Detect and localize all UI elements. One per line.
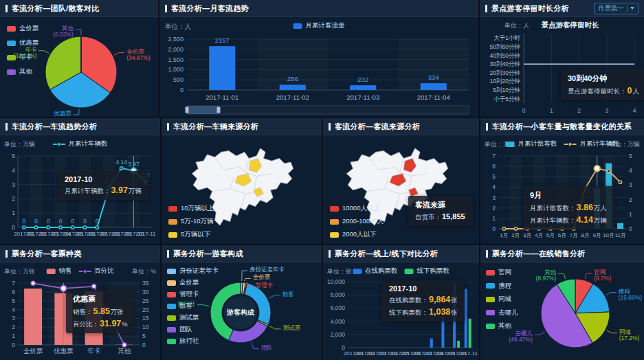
legend-item[interactable]: 身份证老年卡	[167, 267, 219, 275]
legend-item[interactable]: 年卡	[7, 53, 39, 62]
legend-item[interactable]: 5万-10万辆	[168, 217, 214, 226]
chart-text: 2017-11	[136, 231, 156, 237]
legend-item[interactable]: 旅行社	[167, 337, 219, 346]
legend-item[interactable]: 全价票	[167, 278, 219, 287]
bar[interactable]	[469, 319, 471, 348]
data-point[interactable]	[607, 170, 610, 172]
data-point[interactable]	[514, 227, 517, 230]
chart-text: 0	[522, 107, 526, 114]
data-point[interactable]	[71, 226, 74, 229]
legend-item[interactable]: 10万辆以上	[168, 204, 214, 213]
data-point[interactable]	[31, 281, 35, 285]
legend-item[interactable]: 优惠票	[7, 38, 39, 47]
panel-header: 车流分析—车辆来源分析	[162, 118, 322, 135]
chart-canvas: 单位：人景点游客停留时长01234大于1小时50到60分钟40到50分钟30到4…	[480, 17, 644, 117]
chart-text: 2	[577, 107, 581, 114]
panel-header: 车流分析—车流趋势分析	[0, 118, 160, 135]
bar[interactable]	[209, 46, 235, 90]
marker-point[interactable]	[595, 166, 600, 171]
datazoom-handle[interactable]	[217, 107, 221, 113]
chart-text: 2,500	[168, 36, 184, 43]
bar[interactable]	[421, 83, 447, 90]
chart-text: 游客构成	[226, 308, 254, 316]
legend-item[interactable]: 携程	[486, 282, 518, 291]
tooltip-title: 2017-10	[389, 284, 458, 293]
datazoom-window[interactable]	[187, 106, 219, 114]
legend-item[interactable]: 在线购票数	[353, 267, 398, 275]
chart-text: 35	[142, 280, 149, 286]
panel-stay-duration: 景点游客停留时长分析 丹景第一 单位：人景点游客停留时长01234大于1小时50…	[480, 0, 644, 117]
bar[interactable]	[465, 289, 467, 348]
legend-chip-icon	[486, 324, 495, 329]
online-offline-bar-chart: 单位：张02,0004,0006,0008,00010,0002017-0120…	[323, 262, 479, 360]
legend-item[interactable]: 月累计客流量	[293, 21, 345, 30]
chart-text: 1	[629, 211, 632, 218]
legend-item[interactable]: 销售	[46, 267, 71, 275]
data-point[interactable]	[23, 226, 25, 229]
panel-online-sales: 票务分析——在线销售分析 官网(8.7%)携程(15.66%)同城(17.2%)…	[480, 245, 644, 360]
bar[interactable]	[430, 339, 433, 348]
datazoom-track[interactable]	[187, 106, 469, 114]
chart-text: 优惠票	[53, 347, 74, 355]
row-3: 票务分析—客票种类 单位：万张单位：%012345670510152025303…	[0, 245, 644, 360]
legend-item[interactable]: 月累计车辆数	[53, 139, 108, 148]
chart-text: 5	[629, 153, 632, 159]
data-point[interactable]	[502, 227, 505, 230]
legend-item[interactable]: 同城	[486, 295, 518, 304]
chart-text: 0	[59, 218, 63, 225]
data-point[interactable]	[619, 181, 621, 183]
legend-item[interactable]: 2000人以下	[330, 230, 384, 239]
legend-label: 同城	[498, 295, 511, 304]
legend-chip-icon	[167, 292, 176, 297]
label-line	[558, 273, 565, 279]
bar[interactable]	[617, 223, 623, 229]
legend-chip-icon	[405, 269, 414, 274]
data-point[interactable]	[96, 226, 98, 229]
legend-item[interactable]: 管理卡	[167, 290, 219, 299]
bar[interactable]	[24, 289, 42, 345]
legend-item[interactable]: 2000-10000人	[330, 217, 384, 226]
data-point[interactable]	[120, 167, 122, 170]
legend-item[interactable]: 其他	[7, 67, 39, 76]
panel-header: 票务分析—客票种类	[0, 245, 160, 262]
legend-label: 10万辆以上	[181, 204, 214, 213]
legend-label: 其他	[498, 322, 511, 330]
legend-item[interactable]: 其他	[486, 322, 518, 330]
legend-item[interactable]: 去哪儿	[486, 308, 518, 317]
data-point[interactable]	[34, 226, 37, 229]
bar[interactable]	[350, 85, 376, 90]
chart-text: 1,000	[168, 66, 184, 73]
chart-text: 6	[492, 163, 496, 170]
legend-item[interactable]: 散客	[167, 302, 219, 311]
legend-item[interactable]: 百分比	[78, 267, 114, 275]
data-point[interactable]	[47, 226, 49, 229]
legend-item[interactable]: 测试票	[167, 313, 219, 322]
legend-item[interactable]: 官网	[486, 268, 518, 277]
panel-title: 票务分析——在线销售分析	[492, 249, 586, 259]
legend-item[interactable]: 5万辆以下	[168, 230, 214, 239]
legend-item[interactable]: 10000人以上	[330, 204, 384, 213]
chart-text: 2017-11-01	[206, 93, 238, 101]
legend-item[interactable]: 线下购票数	[405, 267, 450, 275]
tooltip-line: 月累计散客数：3.86万人	[530, 203, 607, 213]
select-divider	[627, 5, 628, 12]
bar[interactable]	[457, 341, 460, 348]
label-line	[74, 109, 79, 115]
data-point[interactable]	[59, 226, 62, 229]
data-point[interactable]	[92, 284, 96, 289]
data-point[interactable]	[83, 226, 86, 229]
panel-title: 车流分析—车辆来源分析	[173, 122, 258, 132]
chart-text: 0	[47, 218, 50, 225]
chart-text: 4	[492, 183, 496, 190]
legend-item[interactable]: 团队	[167, 325, 219, 334]
online-sales-pie-chart: 官网(8.7%)携程(15.66%)同城(17.2%)去哪儿(49.47%)其他…	[480, 262, 644, 360]
chart-text: 0	[629, 225, 632, 232]
legend-item[interactable]: 月累计车辆数	[564, 139, 619, 148]
datazoom-handle[interactable]	[186, 107, 189, 113]
bar[interactable]	[280, 85, 306, 90]
panel-header: 票务分析—游客构成	[162, 245, 322, 262]
scenic-spot-select[interactable]: 丹景第一	[594, 3, 639, 14]
legend-item[interactable]: 全价票	[7, 24, 39, 33]
legend-item[interactable]: 月累计散客数	[506, 139, 557, 148]
tooltip: 客流来源自贡市：15,855	[408, 196, 473, 226]
